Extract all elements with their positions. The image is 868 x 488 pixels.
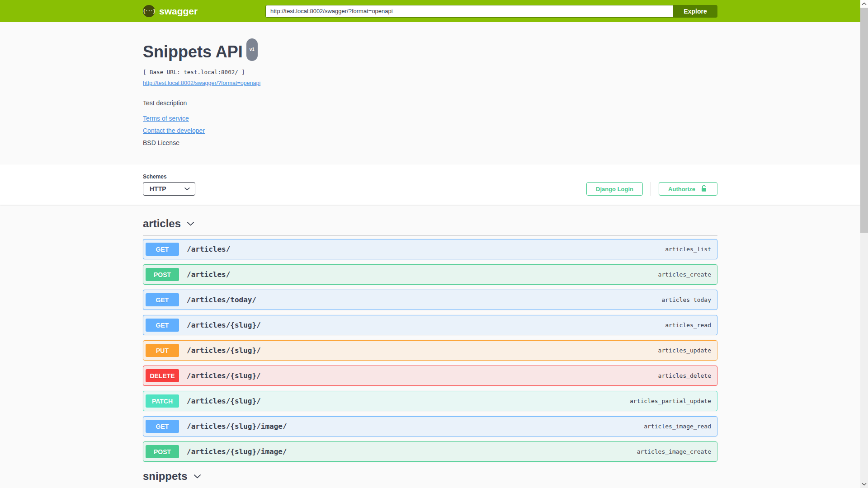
method-badge: PUT	[146, 344, 179, 357]
operation-row[interactable]: DELETE /articles/{slug}/ articles_delete	[143, 366, 717, 386]
operations-list: articles GET /articles/ articles_list PO…	[143, 217, 717, 488]
chevron-down-icon	[184, 186, 190, 192]
method-badge: GET	[146, 293, 179, 306]
method-badge: POST	[146, 445, 179, 458]
auth-wrapper: Django Login Authorize	[586, 182, 717, 196]
chevron-down-icon	[186, 220, 195, 228]
chevron-down-icon	[193, 472, 202, 481]
topbar: {···} swagger Explore	[0, 0, 860, 22]
swagger-logo-text: swagger	[159, 6, 198, 17]
section-divider	[143, 235, 717, 236]
operation-id: articles_delete	[658, 372, 711, 379]
operation-path: /articles/today/	[187, 296, 256, 304]
scheme-select[interactable]: HTTP	[143, 182, 195, 196]
schemes-label: Schemes	[143, 174, 195, 180]
page-title: Snippets APIv1	[143, 42, 717, 65]
base-url-text: [ Base URL: test.local:8002/ ]	[143, 69, 717, 75]
section-title: articles	[143, 217, 181, 230]
swagger-logo[interactable]: {···} swagger	[143, 5, 198, 17]
method-badge: GET	[146, 319, 179, 332]
explore-button[interactable]: Explore	[673, 5, 717, 18]
operation-row[interactable]: GET /articles/{slug}/image/ articles_ima…	[143, 416, 717, 436]
section-header-snippets[interactable]: snippets	[143, 470, 202, 483]
swagger-logo-icon: {···}	[143, 5, 155, 17]
section-title: snippets	[143, 470, 188, 483]
schemes-group: Schemes HTTP	[143, 174, 195, 196]
operation-path: /articles/{slug}/image/	[187, 447, 287, 456]
terms-of-service-link[interactable]: Terms of service	[143, 115, 189, 122]
auth-divider	[651, 182, 651, 196]
method-badge: GET	[146, 243, 179, 256]
operation-path: /articles/{slug}/	[187, 397, 261, 405]
operation-row[interactable]: GET /articles/{slug}/ articles_read	[143, 315, 717, 335]
scheme-selected-value: HTTP	[150, 185, 166, 192]
version-badge: v1	[246, 38, 258, 61]
operation-path: /articles/	[187, 270, 230, 279]
authorize-button[interactable]: Authorize	[659, 182, 717, 196]
operation-row[interactable]: GET /articles/today/ articles_today	[143, 290, 717, 310]
license-text: BSD License	[143, 139, 717, 146]
operation-path: /articles/{slug}/	[187, 321, 261, 329]
spec-link[interactable]: http://test.local:8002/swagger/?format=o…	[143, 80, 260, 86]
operation-id: articles_list	[665, 246, 711, 253]
method-badge: GET	[146, 420, 179, 433]
operation-row[interactable]: GET /articles/ articles_list	[143, 239, 717, 259]
method-badge: POST	[146, 268, 179, 281]
django-login-label: Django Login	[596, 186, 633, 192]
authorize-label: Authorize	[668, 186, 695, 192]
api-title: Snippets API	[143, 42, 243, 61]
api-info-section: Snippets APIv1 [ Base URL: test.local:80…	[143, 22, 717, 164]
download-url-wrapper: Explore	[265, 5, 717, 18]
operation-id: articles_read	[665, 322, 711, 328]
operation-id: articles_update	[658, 347, 711, 354]
method-badge: PATCH	[146, 394, 179, 408]
api-description: Test description	[143, 99, 717, 107]
method-badge: DELETE	[146, 369, 179, 382]
operation-row[interactable]: POST /articles/{slug}/image/ articles_im…	[143, 441, 717, 462]
operation-path: /articles/{slug}/image/	[187, 422, 287, 431]
operation-path: /articles/	[187, 245, 230, 253]
operation-id: articles_today	[661, 296, 711, 303]
operation-row[interactable]: POST /articles/ articles_create	[143, 264, 717, 285]
operation-row[interactable]: PATCH /articles/{slug}/ articles_partial…	[143, 391, 717, 411]
operation-id: articles_image_create	[637, 448, 711, 455]
operation-path: /articles/{slug}/	[187, 371, 261, 380]
spec-url-input[interactable]	[265, 5, 673, 18]
unlocked-padlock-icon	[700, 184, 708, 194]
operation-path: /articles/{slug}/	[187, 346, 261, 355]
swagger-ui-page: {···} swagger Explore Snippets APIv1 [ B…	[0, 0, 860, 488]
operation-id: articles_partial_update	[630, 398, 711, 404]
scheme-container: Schemes HTTP Django Login Authorize	[0, 164, 860, 205]
contact-developer-link[interactable]: Contact the developer	[143, 127, 205, 134]
operation-id: articles_create	[658, 271, 711, 278]
section-header-articles[interactable]: articles	[143, 217, 195, 230]
operation-row[interactable]: PUT /articles/{slug}/ articles_update	[143, 340, 717, 361]
operation-id: articles_image_read	[644, 423, 711, 430]
django-login-button[interactable]: Django Login	[586, 182, 643, 196]
